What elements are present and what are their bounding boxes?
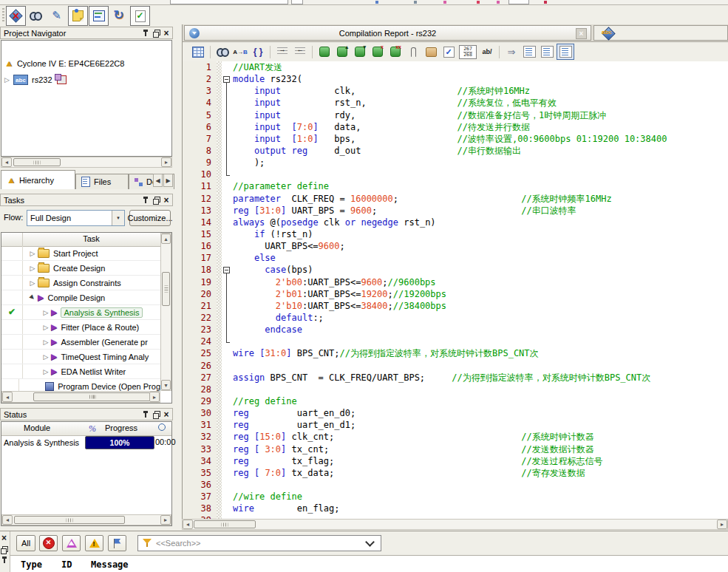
close-icon[interactable]: × — [0, 534, 9, 542]
replace-button[interactable]: A→B — [232, 44, 248, 59]
code-line[interactable]: 4 input rst_n, //系统复位，低电平有效 — [183, 97, 728, 109]
scroll-thumb[interactable] — [33, 392, 152, 401]
scroll-thumb[interactable] — [14, 516, 125, 524]
fold-collapse-icon[interactable] — [222, 73, 231, 85]
float-icon[interactable] — [0, 545, 9, 554]
filter-flagged-button[interactable] — [108, 535, 126, 551]
find-button[interactable] — [214, 44, 231, 59]
task-row-compile-design[interactable]: ▶▶Compile Design — [1, 290, 160, 305]
close-icon[interactable]: × — [162, 29, 171, 38]
scroll-up-arrow[interactable]: ▴ — [161, 234, 171, 244]
task-row-program-device-open-prog[interactable]: Program Device (Open Prog — [1, 379, 160, 391]
code-line[interactable]: 37//wire define — [183, 491, 728, 503]
customize-button[interactable]: Customize... — [129, 210, 171, 226]
analyze-file-button[interactable]: ✓ — [440, 44, 457, 59]
attach-button[interactable] — [405, 44, 421, 59]
message-search-combo[interactable]: <<Search>> — [137, 535, 381, 551]
code-line[interactable]: 8 output reg d_out //串行数据输出 — [183, 145, 728, 157]
editor-hscrollbar[interactable]: ◂ ▸ — [182, 519, 728, 530]
messages-window-button[interactable] — [89, 6, 109, 26]
clear-bookmark-button[interactable]: x — [370, 44, 386, 59]
pin-icon[interactable] — [141, 29, 150, 38]
flow-select[interactable]: Full Design ▼ — [27, 210, 125, 226]
tab-scroll-right[interactable]: ▶ — [163, 174, 173, 187]
scroll-thumb[interactable] — [194, 520, 256, 528]
status-hscrollbar[interactable]: ◂ ▸ — [1, 514, 171, 525]
scroll-right-arrow[interactable]: ▸ — [717, 520, 727, 529]
toolbar-grip[interactable] — [2, 8, 4, 23]
scroll-thumb[interactable] — [162, 272, 170, 306]
code-line[interactable]: 25wire [31:0] BPS_CNT;//为得到指定波特率，对系统时钟计数… — [183, 347, 728, 359]
float-icon[interactable] — [152, 29, 160, 38]
code-line[interactable]: 17 else — [183, 252, 728, 264]
find-node-button[interactable] — [27, 6, 45, 24]
task-row-assign-constraints[interactable]: ▷Assign Constraints — [1, 276, 160, 290]
code-line[interactable]: 21 2'b10:UART_BPS<=38400;//38400bps — [183, 300, 728, 312]
edit-button[interactable]: ✎ — [47, 6, 66, 24]
gem-stop-button[interactable]: × — [6, 6, 26, 26]
tab-scroll-left[interactable]: ◀ — [153, 174, 163, 187]
pn-hscrollbar[interactable]: ◂ ▸ — [1, 157, 172, 168]
close-icon[interactable]: × — [162, 410, 171, 419]
code-line[interactable]: 14always @(posedge clk or negedge rst_n) — [183, 217, 728, 228]
filter-errors-button[interactable]: ✕ — [39, 535, 58, 551]
outline-button-1[interactable] — [521, 44, 537, 59]
tasks-hscrollbar[interactable]: ◂ ▸ — [1, 391, 160, 403]
code-line[interactable]: 7 input [1:0] bps, //波特率设置,00:9600bps 01… — [183, 133, 728, 145]
next-bookmark-button[interactable]: ▴ — [334, 44, 350, 59]
code-line[interactable]: 10 — [183, 168, 728, 180]
scroll-left-arrow[interactable]: ◂ — [2, 515, 13, 525]
code-line[interactable]: 31reg uart_en_d1; — [183, 419, 728, 431]
tab-compilation-report[interactable]: Compilation Report - rs232 × — [184, 25, 591, 41]
float-icon[interactable] — [152, 410, 160, 419]
code-line[interactable]: 38wire en_flag; — [183, 503, 728, 514]
code-line[interactable]: 29//reg define — [183, 395, 728, 407]
match-brace-button[interactable]: { } — [250, 44, 266, 59]
tasks-window-button[interactable] — [130, 6, 150, 26]
expander-icon[interactable]: ▷ — [27, 250, 38, 257]
expander-icon[interactable]: ▷ — [27, 265, 38, 272]
chevron-down-icon[interactable] — [365, 537, 375, 547]
scroll-right-arrow[interactable]: ▸ — [160, 515, 171, 525]
task-row-fitter-place-route[interactable]: ▷▶Fitter (Place & Route) — [1, 320, 160, 335]
code-line[interactable]: 1//UART发送 — [183, 61, 728, 73]
task-row-analysis-synthesis[interactable]: ✔▷▶Analysis & Synthesis — [1, 305, 160, 320]
code-line[interactable]: 22 default:; — [183, 312, 728, 324]
entity-row[interactable]: ▷ abc rs232 — [4, 73, 67, 86]
pin-icon[interactable] — [0, 556, 9, 565]
float-icon[interactable] — [152, 196, 160, 205]
scroll-left-arrow[interactable]: ◂ — [2, 392, 13, 402]
code-line[interactable]: 24 — [183, 336, 728, 347]
unindent-button[interactable]: ← — [292, 44, 308, 59]
comment-button[interactable]: ab/ — [479, 44, 495, 59]
code-line[interactable]: 28 — [183, 384, 728, 395]
pin-icon[interactable] — [141, 196, 150, 205]
tab-files[interactable]: Files — [75, 174, 129, 189]
expander-icon[interactable]: ▶ — [27, 291, 38, 303]
code-line[interactable]: 19 2'b00:UART_BPS<=9600;//9600bps — [183, 276, 728, 288]
outline-button-2[interactable] — [539, 44, 555, 59]
expander-icon[interactable]: ▷ — [41, 338, 51, 346]
code-line[interactable]: 6 input [7:0] data, //待发送并行数据 — [183, 121, 728, 133]
code-line[interactable]: 27assign BPS_CNT = CLK_FREQ/UART_BPS; //… — [183, 372, 728, 384]
scroll-thumb[interactable] — [13, 158, 61, 166]
code-editor[interactable]: 1//UART发送2module rs232(3 input clk, //系统… — [182, 61, 728, 519]
code-line[interactable]: 36 — [183, 479, 728, 491]
code-line[interactable]: 15 if (!rst_n) — [183, 228, 728, 240]
filter-critical-warnings-button[interactable] — [62, 535, 81, 551]
pin-icon[interactable] — [141, 410, 150, 419]
code-line[interactable]: 3 input clk, //系统时钟16MHz — [183, 85, 728, 97]
tasks-vscrollbar[interactable]: ▴ ▾ — [160, 233, 171, 391]
scroll-left-arrow[interactable]: ◂ — [183, 520, 193, 529]
tab-hierarchy[interactable]: ▲ Hierarchy — [1, 170, 75, 189]
filter-warnings-button[interactable] — [85, 535, 103, 551]
scroll-right-arrow[interactable]: ▸ — [161, 157, 171, 167]
task-row-start-project[interactable]: ▷Start Project — [1, 246, 160, 261]
code-line[interactable]: 34reg tx_flag; //发送过程标志信号 — [183, 455, 728, 467]
code-line[interactable]: 13reg [31:0] UART_BPS = 9600; //串口波特率 — [183, 205, 728, 217]
task-row-assembler-generate-pr[interactable]: ▷▶Assembler (Generate pr — [1, 335, 160, 350]
code-line[interactable]: 26 — [183, 360, 728, 372]
task-row-eda-netlist-writer[interactable]: ▷▶EDA Netlist Writer — [1, 364, 160, 379]
device-row[interactable]: ▲ Cyclone IV E: EP4CE6E22C8 — [4, 57, 124, 70]
code-line[interactable]: 32reg [15:0] clk_cnt; //系统时钟计数器 — [183, 431, 728, 443]
